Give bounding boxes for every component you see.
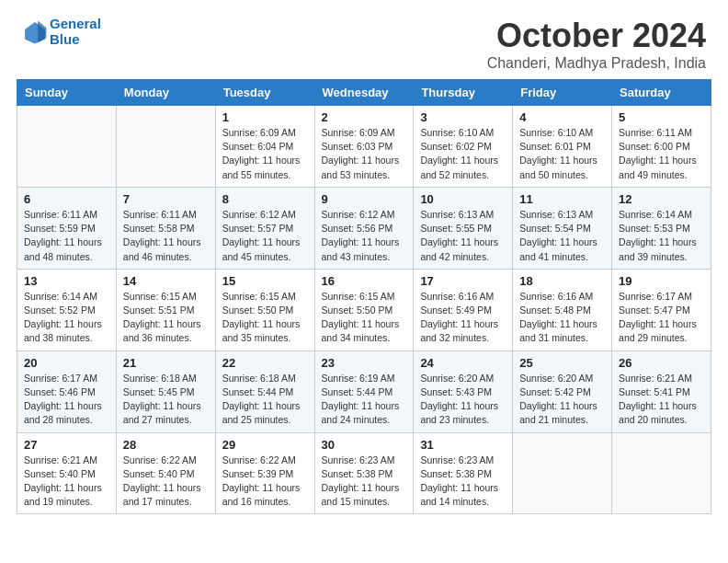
calendar-cell: 10Sunrise: 6:13 AMSunset: 5:55 PMDayligh… — [414, 187, 513, 269]
calendar-cell: 25Sunrise: 6:20 AMSunset: 5:42 PMDayligh… — [513, 350, 612, 432]
day-info: Sunrise: 6:09 AMSunset: 6:03 PMDaylight:… — [322, 126, 407, 182]
day-info: Sunrise: 6:21 AMSunset: 5:41 PMDaylight:… — [619, 372, 704, 428]
day-info: Sunrise: 6:20 AMSunset: 5:43 PMDaylight:… — [420, 372, 506, 428]
day-number: 18 — [519, 274, 605, 288]
day-number: 20 — [24, 356, 109, 370]
day-info: Sunrise: 6:11 AMSunset: 6:00 PMDaylight:… — [619, 126, 704, 182]
day-info: Sunrise: 6:16 AMSunset: 5:48 PMDaylight:… — [519, 290, 605, 346]
calendar-cell: 2Sunrise: 6:09 AMSunset: 6:03 PMDaylight… — [314, 106, 414, 188]
day-info: Sunrise: 6:23 AMSunset: 5:38 PMDaylight:… — [420, 454, 506, 510]
calendar-cell: 14Sunrise: 6:15 AMSunset: 5:51 PMDayligh… — [116, 269, 215, 350]
day-number: 12 — [619, 192, 704, 206]
svg-marker-1 — [38, 20, 46, 41]
logo-icon — [22, 19, 48, 45]
calendar-cell: 15Sunrise: 6:15 AMSunset: 5:50 PMDayligh… — [215, 269, 314, 350]
day-number: 6 — [24, 192, 109, 206]
day-number: 17 — [420, 274, 506, 288]
logo-text: General Blue — [50, 17, 101, 47]
page: General Blue October 2024 Chanderi, Madh… — [0, 0, 728, 563]
weekday-header: Tuesday — [215, 80, 314, 106]
weekday-header: Saturday — [612, 80, 711, 106]
calendar-row: 27Sunrise: 6:21 AMSunset: 5:40 PMDayligh… — [17, 432, 711, 514]
day-info: Sunrise: 6:16 AMSunset: 5:49 PMDaylight:… — [420, 290, 506, 346]
calendar-cell: 8Sunrise: 6:12 AMSunset: 5:57 PMDaylight… — [215, 187, 314, 269]
day-info: Sunrise: 6:15 AMSunset: 5:50 PMDaylight:… — [222, 290, 308, 346]
calendar-cell: 1Sunrise: 6:09 AMSunset: 6:04 PMDaylight… — [215, 106, 314, 188]
day-number: 7 — [123, 192, 209, 206]
calendar-cell: 27Sunrise: 6:21 AMSunset: 5:40 PMDayligh… — [17, 432, 117, 514]
day-info: Sunrise: 6:22 AMSunset: 5:39 PMDaylight:… — [222, 454, 308, 510]
day-info: Sunrise: 6:15 AMSunset: 5:51 PMDaylight:… — [123, 290, 209, 346]
day-number: 10 — [420, 192, 506, 206]
weekday-header: Monday — [116, 80, 215, 106]
month-title: October 2024 — [487, 17, 706, 55]
calendar-cell: 17Sunrise: 6:16 AMSunset: 5:49 PMDayligh… — [414, 269, 513, 350]
day-info: Sunrise: 6:12 AMSunset: 5:57 PMDaylight:… — [222, 208, 308, 264]
weekday-header: Friday — [513, 80, 612, 106]
calendar-cell — [612, 432, 711, 514]
calendar-cell: 31Sunrise: 6:23 AMSunset: 5:38 PMDayligh… — [414, 432, 513, 514]
calendar-cell — [116, 106, 215, 188]
header: General Blue October 2024 Chanderi, Madh… — [0, 0, 728, 79]
day-number: 13 — [24, 274, 109, 288]
calendar-body: 1Sunrise: 6:09 AMSunset: 6:04 PMDaylight… — [17, 106, 711, 514]
day-number: 25 — [519, 356, 605, 370]
calendar-cell: 23Sunrise: 6:19 AMSunset: 5:44 PMDayligh… — [314, 350, 414, 432]
day-number: 4 — [519, 110, 605, 124]
calendar-wrap: SundayMondayTuesdayWednesdayThursdayFrid… — [0, 79, 728, 531]
day-info: Sunrise: 6:17 AMSunset: 5:47 PMDaylight:… — [619, 290, 704, 346]
day-number: 9 — [322, 192, 407, 206]
weekday-header: Wednesday — [314, 80, 414, 106]
day-number: 8 — [222, 192, 308, 206]
calendar-cell: 4Sunrise: 6:10 AMSunset: 6:01 PMDaylight… — [513, 106, 612, 188]
day-number: 15 — [222, 274, 308, 288]
calendar-row: 20Sunrise: 6:17 AMSunset: 5:46 PMDayligh… — [17, 350, 711, 432]
day-number: 22 — [222, 356, 308, 370]
day-info: Sunrise: 6:12 AMSunset: 5:56 PMDaylight:… — [322, 208, 407, 264]
day-info: Sunrise: 6:17 AMSunset: 5:46 PMDaylight:… — [24, 372, 109, 428]
day-info: Sunrise: 6:11 AMSunset: 5:59 PMDaylight:… — [24, 208, 109, 264]
day-number: 21 — [123, 356, 209, 370]
day-info: Sunrise: 6:13 AMSunset: 5:54 PMDaylight:… — [519, 208, 605, 264]
day-number: 28 — [123, 438, 209, 452]
calendar-cell: 16Sunrise: 6:15 AMSunset: 5:50 PMDayligh… — [314, 269, 414, 350]
calendar-table: SundayMondayTuesdayWednesdayThursdayFrid… — [17, 79, 711, 514]
calendar-cell: 26Sunrise: 6:21 AMSunset: 5:41 PMDayligh… — [612, 350, 711, 432]
day-info: Sunrise: 6:18 AMSunset: 5:45 PMDaylight:… — [123, 372, 209, 428]
calendar-cell: 11Sunrise: 6:13 AMSunset: 5:54 PMDayligh… — [513, 187, 612, 269]
day-number: 2 — [322, 110, 407, 124]
day-number: 3 — [420, 110, 506, 124]
day-number: 30 — [322, 438, 407, 452]
day-number: 23 — [322, 356, 407, 370]
weekday-header: Thursday — [414, 80, 513, 106]
day-number: 16 — [322, 274, 407, 288]
calendar-cell: 28Sunrise: 6:22 AMSunset: 5:40 PMDayligh… — [116, 432, 215, 514]
day-info: Sunrise: 6:09 AMSunset: 6:04 PMDaylight:… — [222, 126, 308, 182]
calendar-cell — [513, 432, 612, 514]
location-title: Chanderi, Madhya Pradesh, India — [487, 55, 706, 72]
day-info: Sunrise: 6:22 AMSunset: 5:40 PMDaylight:… — [123, 454, 209, 510]
calendar-cell — [17, 106, 117, 188]
calendar-cell: 3Sunrise: 6:10 AMSunset: 6:02 PMDaylight… — [414, 106, 513, 188]
calendar-cell: 30Sunrise: 6:23 AMSunset: 5:38 PMDayligh… — [314, 432, 414, 514]
calendar-row: 6Sunrise: 6:11 AMSunset: 5:59 PMDaylight… — [17, 187, 711, 269]
day-info: Sunrise: 6:10 AMSunset: 6:02 PMDaylight:… — [420, 126, 506, 182]
calendar-cell: 9Sunrise: 6:12 AMSunset: 5:56 PMDaylight… — [314, 187, 414, 269]
day-number: 24 — [420, 356, 506, 370]
calendar-cell: 18Sunrise: 6:16 AMSunset: 5:48 PMDayligh… — [513, 269, 612, 350]
weekday-header: Sunday — [17, 80, 117, 106]
day-number: 27 — [24, 438, 109, 452]
day-info: Sunrise: 6:18 AMSunset: 5:44 PMDaylight:… — [222, 372, 308, 428]
day-info: Sunrise: 6:15 AMSunset: 5:50 PMDaylight:… — [322, 290, 407, 346]
calendar-row: 13Sunrise: 6:14 AMSunset: 5:52 PMDayligh… — [17, 269, 711, 350]
day-info: Sunrise: 6:10 AMSunset: 6:01 PMDaylight:… — [519, 126, 605, 182]
day-info: Sunrise: 6:21 AMSunset: 5:40 PMDaylight:… — [24, 454, 109, 510]
title-block: October 2024 Chanderi, Madhya Pradesh, I… — [487, 17, 706, 72]
logo: General Blue — [22, 17, 101, 47]
calendar-cell: 13Sunrise: 6:14 AMSunset: 5:52 PMDayligh… — [17, 269, 117, 350]
calendar-header: SundayMondayTuesdayWednesdayThursdayFrid… — [17, 80, 711, 106]
day-number: 31 — [420, 438, 506, 452]
calendar-cell: 5Sunrise: 6:11 AMSunset: 6:00 PMDaylight… — [612, 106, 711, 188]
day-info: Sunrise: 6:20 AMSunset: 5:42 PMDaylight:… — [519, 372, 605, 428]
calendar-cell: 29Sunrise: 6:22 AMSunset: 5:39 PMDayligh… — [215, 432, 314, 514]
